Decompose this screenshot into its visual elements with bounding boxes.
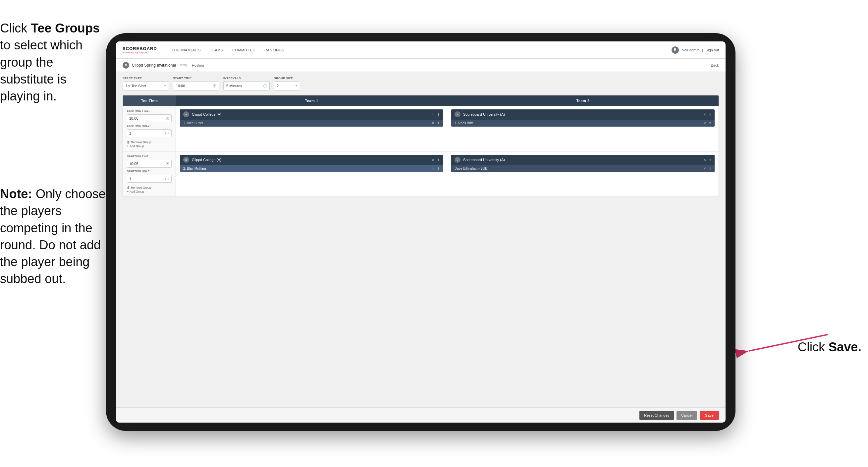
g2-team2-close[interactable]: ✕ [703, 158, 706, 162]
g1-starting-time-input[interactable]: 10:00 🕐 [127, 114, 172, 122]
g2-team1-header[interactable]: B Clippd College (A) ✕ ⬆ [180, 155, 443, 165]
g1-team1-controls: ✕ ⬆ [432, 113, 440, 116]
col-team1: Team 1 [176, 95, 447, 106]
g1-t1-player-close[interactable]: ✕ [432, 121, 434, 125]
g1-team2-controls: ✕ ⬆ [703, 113, 711, 116]
group-size-arrow: ▾ [296, 84, 297, 88]
g2-team2-badge: S [455, 157, 461, 163]
hosting-label: Hosting [192, 63, 204, 67]
nav-tournaments[interactable]: TOURNAMENTS [167, 41, 206, 59]
tournament-title: Clippd Spring Invitational [132, 63, 176, 68]
g2-team2-player: Dave Billingham (SUB) [455, 167, 488, 170]
g1-team2-badge: S [455, 111, 461, 117]
nav-bar: SCOREBOARD Powered by clippd TOURNAMENTS… [116, 41, 725, 59]
g1-team2-player: 1. Rees Britt [455, 121, 473, 125]
table-row: STARTING TIME: 10:00 🕐 STARTING HOLE: 1 … [123, 106, 719, 151]
g1-t1-player-expand[interactable]: ⬆ [437, 121, 440, 125]
g1-group-actions: 🗑 Remove Group + Add Group [127, 141, 172, 148]
g1-team2-expand[interactable]: ⬆ [709, 113, 711, 116]
start-time-input[interactable]: 10:00 🕐 [173, 81, 219, 90]
save-button[interactable]: Save [700, 411, 719, 420]
g1-team2-header[interactable]: S Scoreboard University (A) ✕ ⬆ [451, 109, 715, 119]
g2-t1-player-expand[interactable]: ⬆ [437, 167, 440, 170]
table-row: STARTING TIME: 10:05 🕐 STARTING HOLE: 1 … [123, 151, 719, 197]
g1-team1-header[interactable]: B Clippd College (A) ✕ ⬆ [180, 109, 443, 119]
start-time-label: Start Time [173, 77, 219, 80]
g2-team1-expand[interactable]: ⬆ [437, 158, 440, 162]
start-type-label: Start Type [123, 77, 169, 80]
nav-right: B blair admin | Sign out [672, 47, 719, 54]
cancel-button[interactable]: Cancel [677, 411, 697, 420]
col-team2: Team 2 [447, 95, 719, 106]
reset-changes-button[interactable]: Reset Changes [640, 411, 674, 420]
g1-remove-group-btn[interactable]: 🗑 Remove Group [127, 141, 172, 144]
tablet-content: SCOREBOARD Powered by clippd TOURNAMENTS… [116, 41, 725, 422]
nav-separator: | [702, 48, 703, 52]
g2-remove-group-btn[interactable]: 🗑 Remove Group [127, 186, 172, 189]
group-size-input[interactable]: 2 ▾ [274, 81, 300, 90]
g1-team1-player-controls: ✕ ⬆ [432, 121, 440, 125]
g2-team1-name: Clippd College (A) [192, 158, 221, 162]
g1-team2-player-row: 1. Rees Britt ✕ ⬆ [451, 120, 715, 126]
g2-starting-hole-label: STARTING HOLE: [127, 170, 172, 173]
g1-starting-hole-label: STARTING HOLE: [127, 124, 172, 127]
g2-starting-time-input[interactable]: 10:05 🕐 [127, 160, 172, 168]
g1-team2-name: Scoreboard University (A) [463, 112, 505, 116]
breadcrumb-badge: B [123, 62, 129, 68]
g2-t2-player-close[interactable]: ✕ [703, 167, 706, 170]
nav-teams[interactable]: TEAMS [206, 41, 227, 59]
g1-team1-close[interactable]: ✕ [432, 113, 434, 116]
g1-team2-column: S Scoreboard University (A) ✕ ⬆ [447, 106, 719, 151]
intervals-field: Intervals 5 Minutes 🕐 [223, 77, 270, 90]
bottom-bar: Reset Changes Cancel Save [116, 407, 725, 422]
g1-team2-entry: S Scoreboard University (A) ✕ ⬆ [451, 109, 715, 126]
g2-add-group-btn[interactable]: + Add Group [127, 190, 172, 193]
start-time-field: Start Time 10:00 🕐 [173, 77, 219, 90]
g1-team1-expand[interactable]: ⬆ [437, 113, 440, 116]
g2-starting-hole-input[interactable]: 1 ⬆⬇ [127, 175, 172, 183]
start-type-arrow: ▾ [164, 84, 166, 88]
g2-team2-entry: S Scoreboard University (A) ✕ ⬆ [451, 155, 715, 172]
g1-t2-player-expand[interactable]: ⬆ [709, 121, 711, 125]
g1-team1-entry: B Clippd College (A) ✕ ⬆ 1. Ric [180, 109, 443, 126]
g2-group-actions: 🗑 Remove Group + Add Group [127, 186, 172, 193]
g2-t2-player-expand[interactable]: ⬆ [709, 167, 711, 170]
g1-team1-name: Clippd College (A) [192, 112, 221, 116]
g2-team1-player-row: 2. Blair McHarg ✕ ⬆ [180, 165, 443, 172]
settings-row: Start Type 1st Tee Start ▾ Start Time 10… [123, 77, 719, 90]
intervals-clock-icon: 🕐 [263, 84, 267, 88]
g1-team2-close[interactable]: ✕ [703, 113, 706, 116]
intervals-input[interactable]: 5 Minutes 🕐 [223, 81, 270, 90]
start-type-field: Start Type 1st Tee Start ▾ [123, 77, 169, 90]
back-button[interactable]: ‹ Back [709, 63, 719, 67]
g2-time-icon: 🕐 [166, 162, 169, 166]
g2-t1-player-close[interactable]: ✕ [432, 167, 434, 170]
nav-links: TOURNAMENTS TEAMS COMMITTEE RANKINGS [167, 41, 672, 59]
g1-t2-player-close[interactable]: ✕ [703, 121, 706, 125]
g1-starting-hole-input[interactable]: 1 ⬆⬇ [127, 129, 172, 137]
g2-team1-player-controls: ✕ ⬆ [432, 167, 440, 170]
g2-team2-controls: ✕ ⬆ [703, 158, 711, 162]
sign-out-link[interactable]: Sign out [706, 48, 719, 52]
g1-team1-header-left: B Clippd College (A) [183, 111, 221, 117]
g2-team1-player: 2. Blair McHarg [183, 167, 206, 170]
g2-team1-entry: B Clippd College (A) ✕ ⬆ 2. Bla [180, 155, 443, 172]
g2-team2-expand[interactable]: ⬆ [709, 158, 711, 162]
g2-hole-arrows: ⬆⬇ [165, 177, 169, 180]
g2-team2-column: S Scoreboard University (A) ✕ ⬆ [447, 151, 719, 197]
nav-rankings[interactable]: RANKINGS [260, 41, 289, 59]
g1-time-icon: 🕐 [166, 117, 169, 120]
tablet-screen: SCOREBOARD Powered by clippd TOURNAMENTS… [116, 41, 725, 422]
logo-title: SCOREBOARD [123, 46, 157, 51]
g1-add-group-btn[interactable]: + Add Group [127, 145, 172, 148]
table-header: Tee Time Team 1 Team 2 [123, 95, 719, 106]
g2-team1-badge: B [183, 157, 189, 163]
col-tee-time: Tee Time [123, 95, 176, 106]
g2-starting-time-label: STARTING TIME: [127, 155, 172, 158]
intervals-label: Intervals [223, 77, 270, 80]
start-type-input[interactable]: 1st Tee Start ▾ [123, 81, 169, 90]
g2-team1-close[interactable]: ✕ [432, 158, 434, 162]
g2-team1-header-left: B Clippd College (A) [183, 157, 221, 163]
nav-committee[interactable]: COMMITTEE [227, 41, 260, 59]
g2-team2-header[interactable]: S Scoreboard University (A) ✕ ⬆ [451, 155, 715, 165]
